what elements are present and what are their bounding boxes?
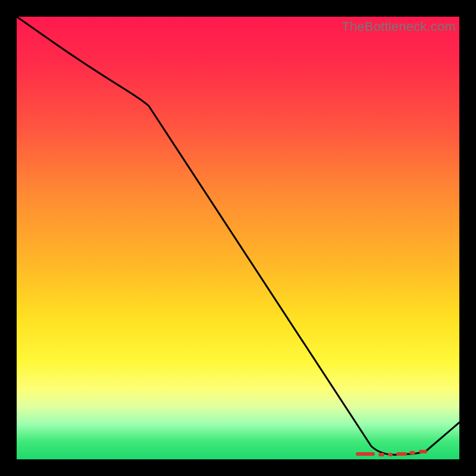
plot-area: TheBottleneck.com: [17, 17, 459, 459]
chart-frame: TheBottleneck.com: [0, 0, 476, 476]
bottleneck-curve: [17, 17, 459, 459]
